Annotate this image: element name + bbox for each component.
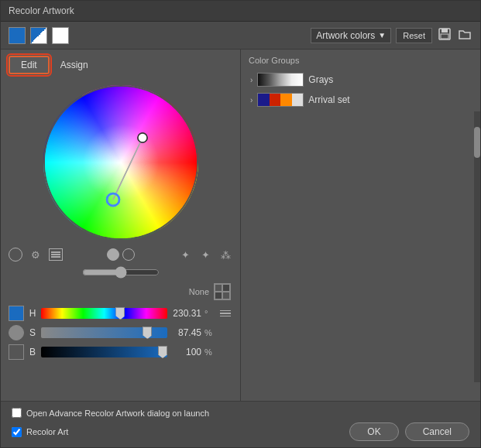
white-handle[interactable] (138, 133, 147, 142)
cancel-button[interactable]: Cancel (405, 422, 469, 441)
add-color-icon[interactable]: ✦ (178, 248, 192, 262)
h-slider[interactable] (41, 308, 167, 319)
h-label: H (27, 308, 38, 319)
b-value: 100 (170, 347, 201, 357)
right-scroll-thumb[interactable] (474, 127, 480, 158)
grays-label: Grays (308, 74, 333, 85)
advanced-checkbox[interactable] (12, 408, 22, 418)
recolor-label[interactable]: Recolor Art (26, 427, 68, 436)
b-slider[interactable] (41, 347, 167, 357)
dialog: Recolor Artwork Artwork colors ▼ Reset (0, 0, 481, 448)
dropdown-chevron: ▼ (378, 31, 386, 39)
swatch-white[interactable] (52, 27, 69, 44)
save-icon[interactable] (437, 26, 452, 44)
s-swatch (9, 325, 24, 340)
folder-icon[interactable] (457, 26, 472, 44)
color-wheel-svg (43, 85, 198, 240)
none-label: None (189, 287, 209, 296)
swatch-gradient[interactable] (30, 27, 47, 44)
ok-button[interactable]: OK (349, 422, 398, 441)
s-slider[interactable] (41, 327, 167, 338)
swatch-blue[interactable] (9, 27, 26, 44)
color-groups-label: Color Groups (249, 56, 472, 65)
reset-button[interactable]: Reset (396, 28, 432, 43)
s-label: S (27, 327, 38, 338)
artwork-colors-dropdown[interactable]: Artwork colors ▼ (311, 28, 391, 43)
s-row: S 87.45 % (9, 324, 232, 341)
svg-rect-1 (441, 29, 448, 32)
h-swatch (9, 306, 24, 321)
b-label: B (27, 347, 38, 357)
arrival-swatch (257, 93, 304, 107)
b-row: B 100 % (9, 344, 232, 361)
b-unit: % (204, 347, 217, 357)
chevron-arrival: › (250, 96, 253, 104)
grays-swatch (257, 73, 304, 87)
main-content: Edit Assign (1, 50, 480, 401)
brightness-slider[interactable] (82, 266, 160, 279)
color-wheel[interactable] (43, 85, 198, 240)
bottom-bar: Open Advance Recolor Artwork dialog on l… (1, 401, 480, 447)
right-panel: Color Groups › Grays › Arrival set (241, 50, 480, 401)
h-value: 230.31 (170, 308, 201, 319)
tab-assign[interactable]: Assign (50, 57, 99, 73)
subtract-color-icon[interactable]: ✦ (198, 248, 212, 262)
brightness-row (9, 265, 232, 280)
s-track (41, 327, 167, 338)
tool-row: ⚙ ✦ ✦ ⁂ (9, 245, 232, 265)
h-unit: ° (204, 309, 217, 318)
color-group-arrival[interactable]: › Arrival set (249, 90, 472, 110)
chevron-grays: › (250, 76, 253, 84)
title-label: Recolor Artwork (9, 5, 74, 16)
toolbar: Artwork colors ▼ Reset (1, 22, 480, 50)
outline-circle-icon[interactable] (122, 248, 135, 261)
filled-circle-icon[interactable] (107, 248, 119, 261)
title-bar: Recolor Artwork (1, 1, 480, 22)
tab-edit[interactable]: Edit (9, 56, 50, 74)
h-menu-icon[interactable] (220, 307, 232, 320)
recolor-checkbox[interactable] (12, 427, 22, 437)
color-wheel-container (9, 85, 232, 240)
advanced-label[interactable]: Open Advance Recolor Artwork dialog on l… (26, 409, 209, 418)
h-track (41, 308, 167, 319)
link-icon[interactable]: ⁂ (218, 248, 232, 262)
arrival-label: Arrival set (308, 94, 349, 105)
h-row: H 230.31 ° (9, 305, 232, 322)
circle-tool-icon[interactable] (9, 248, 22, 262)
button-row: OK Cancel (349, 422, 469, 441)
gear-tool-icon[interactable]: ⚙ (29, 248, 43, 262)
hsb-section: H 230.31 ° S 87. (9, 305, 232, 361)
svg-rect-2 (441, 34, 448, 39)
left-panel: Edit Assign (1, 50, 241, 401)
dropdown-label: Artwork colors (316, 30, 375, 41)
s-value: 87.45 (170, 327, 201, 338)
right-scrollbar[interactable] (474, 111, 480, 382)
s-unit: % (204, 328, 217, 337)
tab-row: Edit Assign (9, 56, 232, 74)
rect-tool-icon[interactable] (49, 248, 63, 261)
b-track (41, 347, 167, 357)
none-grid[interactable] (214, 283, 231, 300)
b-swatch (9, 344, 24, 360)
color-group-grays[interactable]: › Grays (249, 70, 472, 90)
advanced-checkbox-row: Open Advance Recolor Artwork dialog on l… (12, 408, 469, 418)
recolor-checkbox-row: Recolor Art (12, 427, 68, 437)
